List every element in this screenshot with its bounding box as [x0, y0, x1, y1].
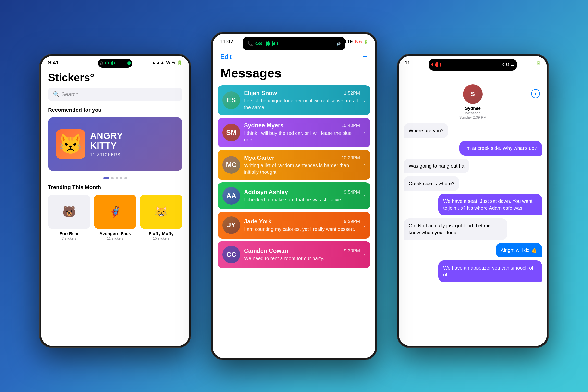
signal-icon: ▲▲▲ — [152, 60, 165, 66]
contact-name: Sydnee — [465, 106, 481, 111]
sticker-count: 11 STICKERS — [90, 153, 123, 157]
call-time: 0:00 — [255, 42, 262, 46]
recommended-title: Recomended for you — [41, 107, 189, 117]
chat-contact-header: S Sydnee iMessage Sunday 2:09 PM — [399, 70, 547, 123]
contact-service: iMessage — [465, 111, 481, 115]
dot-2 — [111, 177, 114, 179]
chat-bubble-8: We have an appetizer you can smooch off … — [438, 260, 542, 282]
trending-count-3: 15 stickers — [140, 236, 182, 240]
call-waveform — [264, 41, 334, 46]
messages-header: Edit + — [213, 48, 375, 66]
trending-name-1: Poo Bear — [48, 231, 90, 236]
trending-item-2[interactable]: 🦸 Avengers Pack 12 stickers — [94, 194, 136, 240]
center-status-icons: LTE 10% 🔋 — [345, 39, 368, 44]
compose-button[interactable]: + — [362, 52, 368, 62]
conversation-row-5[interactable]: JY Jade York 9:39PM I am counting my cal… — [218, 212, 370, 239]
conversation-row-4[interactable]: AA Addisyn Ashley 9:54PM I checked to ma… — [218, 182, 370, 209]
battery-right: 🔋 — [536, 60, 541, 65]
right-waveform — [431, 62, 500, 68]
msg-name-4: Addisyn Ashley — [244, 189, 288, 196]
left-di-content: 🎧 — [98, 60, 132, 67]
featured-pack[interactable]: 😾 ANGRYKITTY 11 STICKERS — [48, 117, 182, 171]
chevron-icon-5: › — [364, 222, 366, 228]
avatar-2: SM — [222, 124, 240, 141]
edit-button[interactable]: Edit — [220, 53, 232, 60]
info-button[interactable]: i — [531, 89, 540, 98]
right-status-icons: 🔋 — [536, 60, 541, 65]
msg-content-3: Mya Carter 10:23PM Writing a list of ran… — [244, 154, 360, 176]
msg-content-4: Addisyn Ashley 9:54PM I checked to make … — [244, 189, 360, 203]
msg-content-2: Sydnee Myers 10:40PM I think I will buy … — [244, 122, 360, 143]
chat-messages: Where are you? I'm at creek side. Why wh… — [399, 123, 547, 282]
sticker-info: ANGRYKITTY 11 STICKERS — [90, 131, 123, 157]
stickers-search[interactable]: 🔍 Search — [48, 88, 182, 101]
right-dynamic-island: 0:32 ▬ — [429, 59, 517, 70]
avatar-3: MC — [222, 156, 240, 174]
msg-name-6: Camden Cowan — [244, 248, 288, 254]
stickers-title: Stickers° — [41, 70, 189, 88]
msg-content-5: Jade York 9:39PM I am counting my calori… — [244, 218, 360, 232]
right-screen: 0:32 ▬ 11 🔋 S Sydnee iMessage Sunday 2:0… — [399, 56, 547, 346]
battery-right-icon: ▬ — [511, 63, 514, 67]
chevron-icon-1: › — [364, 98, 366, 103]
phone-right: 0:32 ▬ 11 🔋 S Sydnee iMessage Sunday 2:0… — [397, 54, 549, 348]
avatar-1: ES — [222, 92, 240, 109]
chevron-icon-3: › — [364, 162, 366, 168]
sticker-cat-emoji: 😾 — [56, 129, 85, 159]
sticker-name: ANGRYKITTY — [90, 131, 123, 150]
info-icon: i — [535, 91, 536, 96]
right-di-content: 0:32 ▬ — [429, 62, 517, 68]
phones-container: 🎧 9:41 ▲▲▲ — [24, 24, 564, 368]
left-screen: 🎧 9:41 ▲▲▲ — [41, 56, 189, 346]
trending-title: Trending This Month — [41, 184, 189, 194]
msg-name-5: Jade York — [244, 218, 272, 225]
battery-icon: 🔋 — [177, 60, 182, 66]
avatar-5: JY — [222, 216, 240, 234]
msg-time-3: 10:23PM — [341, 155, 360, 160]
msg-content-6: Camden Cowan 9:30PM We need to rent a ro… — [244, 248, 360, 262]
msg-preview-1: Lets all be unique together until we rea… — [244, 98, 360, 111]
center-screen: 📞 0:00 🔊 — [213, 34, 375, 358]
conversation-row-3[interactable]: MC Mya Carter 10:23PM Writing a list of … — [218, 150, 370, 180]
msg-preview-5: I am counting my calories, yet I really … — [244, 226, 360, 232]
chat-bubble-7: Alright will do 👍 — [496, 243, 542, 258]
contact-time-label: Sunday 2:09 PM — [460, 115, 486, 119]
phone-icon: 📞 — [248, 41, 253, 46]
chat-contact-avatar: S — [463, 84, 483, 104]
msg-preview-6: We need to rent a room for our party. — [244, 255, 360, 262]
left-dynamic-island: 🎧 — [98, 59, 132, 68]
conversation-row-2[interactable]: SM Sydnee Myers 10:40PM I think I will b… — [218, 118, 370, 148]
conversations-list: ES Elijah Snow 1:52PM Lets all be unique… — [213, 85, 375, 268]
trending-row: 🐻 Poo Bear 7 stickers 🦸 Avengers Pack 12… — [41, 194, 189, 240]
search-icon: 🔍 — [53, 91, 60, 98]
trending-count-1: 7 stickers — [48, 236, 90, 240]
left-time: 9:41 — [48, 60, 59, 66]
trending-thumb-1: 🐻 — [48, 194, 90, 229]
msg-time-6: 9:30PM — [344, 248, 360, 254]
msg-time-4: 9:54PM — [344, 190, 360, 195]
left-waveform — [105, 60, 124, 67]
battery-percent: 10% — [354, 40, 362, 44]
chat-bubble-4: Creek side is where? — [404, 176, 460, 191]
msg-name-2: Sydnee Myers — [244, 122, 284, 129]
center-time: 11:07 — [220, 38, 233, 45]
msg-preview-2: I think I will buy the red car, or I wil… — [244, 130, 360, 143]
msg-content-1: Elijah Snow 1:52PM Lets all be unique to… — [244, 90, 360, 111]
chat-bubble-5: We have a seat. Just sat down. You want … — [438, 194, 542, 215]
trending-count-2: 12 stickers — [94, 236, 136, 240]
msg-preview-4: I checked to make sure that he was still… — [244, 196, 360, 203]
msg-time-5: 9:39PM — [344, 219, 360, 224]
trending-item-1[interactable]: 🐻 Poo Bear 7 stickers — [48, 194, 90, 240]
call-di-content: 📞 0:00 🔊 — [246, 41, 342, 46]
trending-item-3[interactable]: 😸 Fluffy Muffy 15 stickers — [140, 194, 182, 240]
messages-title: Messages — [213, 66, 375, 85]
trending-name-2: Avengers Pack — [94, 231, 136, 236]
msg-preview-3: Writing a list of random sentences is ha… — [244, 162, 360, 176]
left-status-icons: ▲▲▲ WiFi 🔋 — [152, 60, 182, 66]
chat-bubble-1: Where are you? — [404, 123, 448, 138]
chevron-icon-6: › — [364, 252, 366, 258]
dot-1 — [104, 177, 109, 179]
conversation-row-1[interactable]: ES Elijah Snow 1:52PM Lets all be unique… — [218, 85, 370, 115]
chat-bubble-3: Was going to hang out ha — [404, 158, 469, 173]
conversation-row-6[interactable]: CC Camden Cowan 9:30PM We need to rent a… — [218, 241, 370, 268]
